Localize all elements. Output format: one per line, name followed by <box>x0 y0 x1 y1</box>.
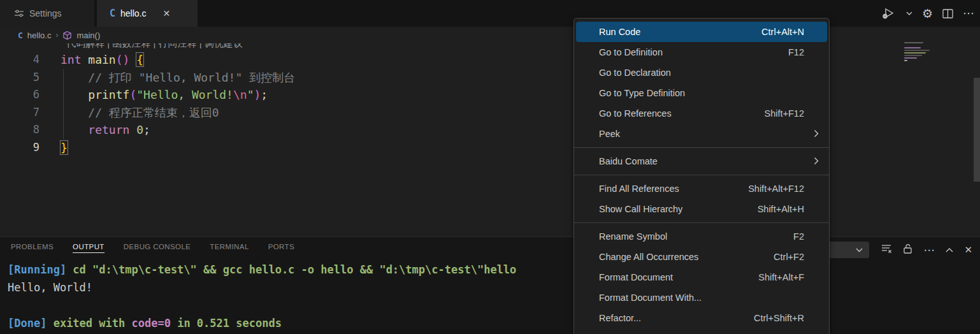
settings-gear-icon[interactable]: ⚙ <box>922 6 933 21</box>
menu-item-shortcut: Shift+Alt+F <box>758 272 804 282</box>
menu-item-label: Go to Definition <box>599 47 788 57</box>
menu-item-change-all-occurrences[interactable]: Change All OccurrencesCtrl+F2 <box>576 247 827 267</box>
code-editor[interactable]: 代码解释 | 函数注释 | 行间注释 | 调优建议 4int main() {5… <box>0 43 980 236</box>
c-language-icon: C <box>18 31 23 40</box>
output-line: [Running] cd "d:\tmp\c-test\" && gcc hel… <box>8 261 516 279</box>
editor-scrollbar[interactable] <box>974 78 980 182</box>
code-line-4[interactable]: 4int main() { <box>0 51 980 69</box>
submenu-chevron-icon <box>814 129 819 140</box>
vscode-window: Settings C hello.c ✕ ⚙ <box>0 0 980 334</box>
line-number: 9 <box>0 139 40 157</box>
menu-item-go-to-definition[interactable]: Go to DefinitionF12 <box>576 42 827 62</box>
maximize-panel-icon[interactable] <box>946 244 953 256</box>
line-number: 7 <box>0 104 40 122</box>
breadcrumb: C hello.c › main() <box>0 27 980 43</box>
menu-item-go-to-declaration[interactable]: Go to Declaration <box>576 62 827 83</box>
editor-actions: ⚙ ⋯ <box>881 0 975 27</box>
menu-item-shortcut: Shift+Alt+F12 <box>748 184 804 194</box>
panel-tab-terminal[interactable]: TERMINAL <box>210 243 249 253</box>
menu-item-shortcut: Ctrl+Alt+N <box>761 27 804 37</box>
menu-item-shortcut: Ctrl+Shift+R <box>754 313 804 323</box>
breadcrumb-file[interactable]: hello.c <box>27 31 52 40</box>
line-number: 8 <box>0 121 40 139</box>
run-dropdown-chevron-icon[interactable] <box>906 11 912 16</box>
menu-item-shortcut: Shift+Alt+H <box>758 204 804 214</box>
comate-codelens[interactable]: 代码解释 | 函数注释 | 行间注释 | 调优建议 <box>66 43 243 50</box>
tab-close-icon[interactable]: ✕ <box>163 8 171 18</box>
code-line-9[interactable]: 9} <box>0 139 980 157</box>
menu-item-label: Go to Type Definition <box>599 88 804 98</box>
code-line-8[interactable]: 8 return 0; <box>0 121 980 139</box>
menu-item-label: Run Code <box>599 27 761 37</box>
menu-item-label: Change All Occurrences <box>599 252 774 262</box>
menu-item-shortcut: Shift+F12 <box>765 108 804 119</box>
menu-item-baidu-comate[interactable]: Baidu Comate <box>576 151 827 171</box>
menu-item-label: Format Document <box>599 272 758 282</box>
submenu-chevron-icon <box>814 157 819 167</box>
menu-item-label: Peek <box>599 129 804 139</box>
menu-item-shortcut: Ctrl+F2 <box>774 252 804 262</box>
menu-item-label: Rename Symbol <box>599 231 793 242</box>
output-line: Hello, World! <box>8 279 516 296</box>
clear-output-icon[interactable] <box>881 244 892 256</box>
tab-settings[interactable]: Settings <box>0 0 94 27</box>
menu-item-refactor[interactable]: Refactor...Ctrl+Shift+R <box>576 308 827 328</box>
menu-separator <box>574 175 829 175</box>
breadcrumb-separator: › <box>55 31 58 40</box>
output-line <box>8 296 516 314</box>
menu-separator <box>574 147 829 148</box>
menu-item-go-to-references[interactable]: Go to ReferencesShift+F12 <box>576 103 827 124</box>
menu-item-label: Go to Declaration <box>599 68 804 78</box>
menu-item-go-to-type-definition[interactable]: Go to Type Definition <box>576 83 827 103</box>
c-language-icon: C <box>110 8 115 19</box>
menu-item-label: Show Call Hierarchy <box>599 204 758 214</box>
breadcrumb-symbol[interactable]: main() <box>76 31 100 40</box>
bottom-panel: PROBLEMSOUTPUTDEBUG CONSOLETERMINALPORTS <box>0 236 980 334</box>
menu-item-find-all-references[interactable]: Find All ReferencesShift+Alt+F12 <box>576 178 827 199</box>
minimap[interactable] <box>904 42 933 68</box>
line-number: 6 <box>0 86 40 104</box>
code-line-5[interactable]: 5 // 打印 "Hello, World!" 到控制台 <box>0 69 980 87</box>
menu-item-show-call-hierarchy[interactable]: Show Call HierarchyShift+Alt+H <box>576 199 827 219</box>
output-line: [Done] exited with code=0 in 0.521 secon… <box>8 314 516 332</box>
line-number: 5 <box>0 69 40 87</box>
tab-hello-c[interactable]: C hello.c ✕ <box>97 0 198 27</box>
output-console: [Running] cd "d:\tmp\c-test\" && gcc hel… <box>8 261 516 332</box>
panel-tab-debug-console[interactable]: DEBUG CONSOLE <box>124 243 191 253</box>
menu-item-format-document-with[interactable]: Format Document With... <box>576 287 827 308</box>
menu-separator <box>574 222 829 223</box>
panel-more-actions-icon[interactable]: ⋯ <box>923 243 935 257</box>
editor-tab-bar: Settings C hello.c ✕ ⚙ <box>0 0 980 27</box>
tab-hello-c-label: hello.c <box>120 8 146 18</box>
menu-item-label: Refactor... <box>599 313 754 323</box>
menu-item-label: Find All References <box>599 184 748 194</box>
symbol-cube-icon <box>62 31 72 40</box>
code-line-6[interactable]: 6 printf("Hello, World!\n"); <box>0 86 980 104</box>
unlock-icon[interactable] <box>903 243 912 257</box>
more-actions-icon[interactable]: ⋯ <box>963 6 975 20</box>
editor-context-menu: Run CodeCtrl+Alt+NGo to DefinitionF12Go … <box>573 18 830 334</box>
tab-settings-label: Settings <box>29 8 62 18</box>
menu-item-shortcut: F12 <box>788 47 804 57</box>
line-number: 4 <box>0 51 40 69</box>
menu-item-label: Format Document With... <box>599 293 804 303</box>
panel-tab-problems[interactable]: PROBLEMS <box>11 243 54 253</box>
menu-item-rename-symbol[interactable]: Rename SymbolF2 <box>576 226 827 247</box>
close-panel-icon[interactable]: ✕ <box>964 244 972 256</box>
split-editor-icon[interactable] <box>942 9 953 18</box>
menu-item-run-code[interactable]: Run CodeCtrl+Alt+N <box>576 22 827 42</box>
menu-item-format-document[interactable]: Format DocumentShift+Alt+F <box>576 267 827 287</box>
panel-tab-ports[interactable]: PORTS <box>268 243 294 253</box>
code-lines: 4int main() {5 // 打印 "Hello, World!" 到控制… <box>0 51 980 156</box>
menu-item-label: Baidu Comate <box>599 156 804 166</box>
menu-item-shortcut: F2 <box>793 231 804 242</box>
panel-tab-output[interactable]: OUTPUT <box>73 243 104 253</box>
code-line-7[interactable]: 7 // 程序正常结束，返回0 <box>0 104 980 122</box>
run-code-button[interactable] <box>881 6 897 20</box>
menu-item-peek[interactable]: Peek <box>576 124 827 144</box>
menu-item-label: Go to References <box>599 108 765 119</box>
settings-sliders-icon <box>14 8 24 18</box>
